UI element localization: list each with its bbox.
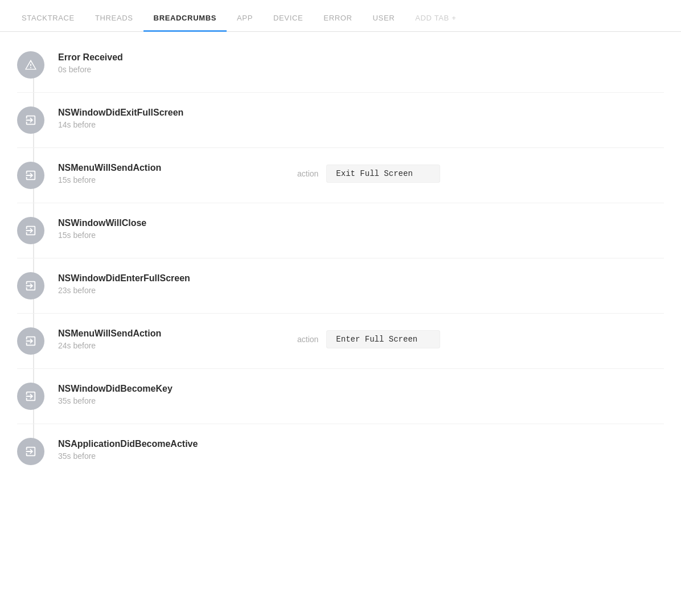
item-content: NSWindowWillClose15s before bbox=[58, 217, 664, 240]
tab-error[interactable]: ERROR bbox=[313, 14, 362, 32]
timeline-item: NSWindowDidEnterFullScreen23s before bbox=[17, 258, 664, 314]
tab-device[interactable]: DEVICE bbox=[263, 14, 313, 32]
item-time: 24s before bbox=[58, 341, 252, 350]
item-main: NSWindowDidEnterFullScreen23s before bbox=[58, 273, 252, 295]
breadcrumb-icon bbox=[17, 217, 44, 244]
item-main: NSWindowDidExitFullScreen14s before bbox=[58, 108, 252, 129]
tab-add-tab[interactable]: ADD TAB + bbox=[405, 14, 466, 32]
timeline-item: NSMenuWillSendAction15s beforeactionExit… bbox=[17, 148, 664, 203]
timeline-item: NSWindowDidBecomeKey35s before bbox=[17, 369, 664, 424]
breadcrumb-icon bbox=[17, 327, 44, 355]
tab-threads[interactable]: THREADS bbox=[85, 14, 143, 32]
timeline-item: NSWindowWillClose15s before bbox=[17, 203, 664, 258]
item-content: NSMenuWillSendAction15s beforeactionExit… bbox=[58, 162, 664, 184]
tab-stacktrace[interactable]: STACKTRACE bbox=[11, 14, 85, 32]
timeline-item: Error Received0s before bbox=[17, 38, 664, 93]
item-content: NSApplicationDidBecomeActive35s before bbox=[58, 438, 664, 461]
item-content: NSWindowDidEnterFullScreen23s before bbox=[58, 272, 664, 295]
breadcrumb-icon bbox=[17, 383, 44, 410]
item-title: Error Received bbox=[58, 52, 252, 63]
breadcrumb-icon bbox=[17, 438, 44, 465]
item-main: NSWindowDidBecomeKey35s before bbox=[58, 384, 252, 405]
item-time: 35s before bbox=[58, 451, 252, 461]
item-content: NSWindowDidBecomeKey35s before bbox=[58, 383, 664, 405]
meta-label: action bbox=[297, 169, 318, 178]
timeline-item: NSApplicationDidBecomeActive35s before bbox=[17, 424, 664, 479]
item-content: NSMenuWillSendAction24s beforeactionEnte… bbox=[58, 327, 664, 350]
item-main: Error Received0s before bbox=[58, 52, 252, 74]
item-time: 15s before bbox=[58, 231, 252, 240]
item-title: NSWindowDidExitFullScreen bbox=[58, 108, 252, 118]
item-title: NSWindowWillClose bbox=[58, 218, 252, 228]
timeline-item: NSMenuWillSendAction24s beforeactionEnte… bbox=[17, 314, 664, 369]
item-title: NSWindowDidBecomeKey bbox=[58, 384, 252, 394]
item-main: NSMenuWillSendAction24s before bbox=[58, 328, 252, 350]
timeline: Error Received0s beforeNSWindowDidExitFu… bbox=[0, 32, 681, 484]
item-time: 0s before bbox=[58, 65, 252, 74]
item-meta: actionExit Full Screen bbox=[297, 165, 440, 183]
item-title: NSWindowDidEnterFullScreen bbox=[58, 273, 252, 284]
item-main: NSWindowWillClose15s before bbox=[58, 218, 252, 240]
breadcrumb-icon bbox=[17, 106, 44, 134]
item-title: NSMenuWillSendAction bbox=[58, 328, 252, 339]
tab-user[interactable]: USER bbox=[363, 14, 405, 32]
meta-value: Enter Full Screen bbox=[326, 330, 440, 348]
warning-icon bbox=[17, 51, 44, 79]
item-title: NSMenuWillSendAction bbox=[58, 163, 252, 173]
item-time: 15s before bbox=[58, 175, 252, 184]
item-title: NSApplicationDidBecomeActive bbox=[58, 439, 252, 449]
meta-label: action bbox=[297, 335, 318, 344]
item-main: NSMenuWillSendAction15s before bbox=[58, 163, 252, 184]
tab-bar: STACKTRACETHREADSBREADCRUMBSAPPDEVICEERR… bbox=[0, 0, 681, 32]
item-content: Error Received0s before bbox=[58, 51, 664, 74]
item-time: 23s before bbox=[58, 286, 252, 295]
tab-breadcrumbs[interactable]: BREADCRUMBS bbox=[143, 14, 227, 32]
item-meta: actionEnter Full Screen bbox=[297, 330, 440, 348]
meta-value: Exit Full Screen bbox=[326, 165, 440, 183]
breadcrumb-icon bbox=[17, 272, 44, 299]
item-time: 14s before bbox=[58, 120, 252, 129]
item-main: NSApplicationDidBecomeActive35s before bbox=[58, 439, 252, 461]
breadcrumb-icon bbox=[17, 162, 44, 189]
item-content: NSWindowDidExitFullScreen14s before bbox=[58, 106, 664, 129]
timeline-item: NSWindowDidExitFullScreen14s before bbox=[17, 93, 664, 148]
item-time: 35s before bbox=[58, 396, 252, 405]
tab-app[interactable]: APP bbox=[227, 14, 263, 32]
